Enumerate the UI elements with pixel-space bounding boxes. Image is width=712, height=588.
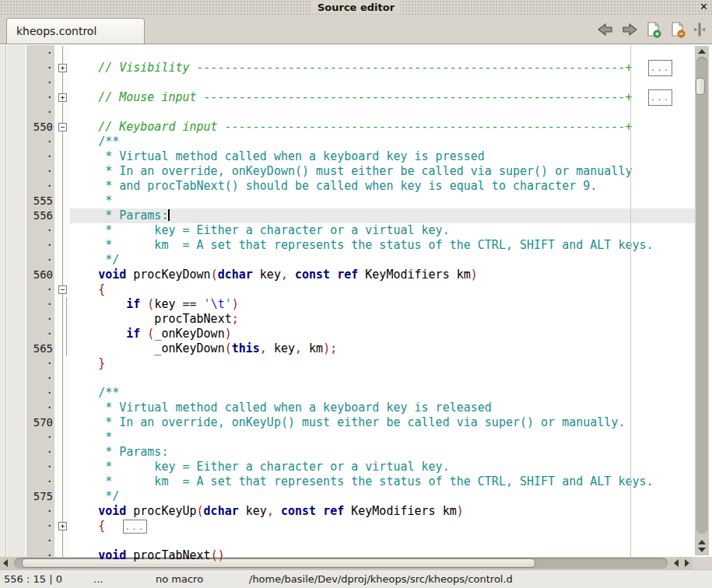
- split-view-icon[interactable]: [693, 21, 706, 38]
- code-text: * Virtual method called when a keyboard …: [70, 401, 492, 415]
- close-icon[interactable]: ✕: [700, 1, 708, 12]
- line-dot: ·: [26, 371, 53, 386]
- code-line[interactable]: · * Virtual method called when a keyboar…: [0, 149, 695, 164]
- line-dot: ·: [26, 164, 53, 179]
- scroll-right-icon[interactable]: [685, 559, 689, 567]
- line-dot: ·: [26, 519, 53, 534]
- tab-kheops-control[interactable]: kheops.control: [6, 18, 145, 44]
- title-bar[interactable]: Source editor ✕: [0, 0, 712, 15]
- line-dot: ·: [26, 445, 53, 460]
- code-text: */: [70, 489, 119, 504]
- code-text: // Visibility --------------------------…: [70, 61, 632, 75]
- code-line[interactable]: · * key = Either a character or a virtua…: [0, 223, 695, 238]
- fold-expand-icon[interactable]: [58, 64, 67, 72]
- code-line[interactable]: · * km = A set that represents the statu…: [0, 474, 695, 489]
- code-line[interactable]: · // Mouse input -----------------------…: [0, 90, 695, 105]
- code-line[interactable]: · {: [0, 282, 695, 297]
- code-text: /**: [70, 135, 119, 149]
- code-line[interactable]: · // Visibility ------------------------…: [0, 61, 695, 75]
- code-line[interactable]: · void procKeyUp(dchar key, const ref Ke…: [0, 504, 695, 519]
- collapsed-fold-box[interactable]: ...: [123, 520, 147, 534]
- new-document-icon[interactable]: [645, 21, 662, 38]
- code-line[interactable]: ·: [0, 105, 695, 120]
- code-line[interactable]: · * Virtual method called when a keyboar…: [0, 401, 695, 415]
- code-text: * Virtual method called when a keyboard …: [70, 149, 485, 164]
- scroll-up2-icon[interactable]: [698, 540, 706, 544]
- nav-forward-icon[interactable]: [621, 22, 638, 37]
- line-dot: ·: [26, 430, 53, 445]
- code-line[interactable]: · * Params:: [0, 445, 695, 460]
- code-line[interactable]: · *: [0, 430, 695, 445]
- vertical-scroll-track[interactable]: [696, 57, 707, 534]
- line-dot: ·: [26, 46, 53, 61]
- code-line[interactable]: 575 */: [0, 489, 695, 504]
- scroll-left-icon[interactable]: [3, 559, 8, 567]
- code-text: * Params:: [70, 208, 170, 223]
- line-number: 555: [26, 194, 53, 208]
- code-line[interactable]: 555 *: [0, 194, 695, 208]
- scroll-up-icon[interactable]: [698, 49, 706, 54]
- line-dot: ·: [26, 356, 53, 371]
- code-line[interactable]: · procTabNext;: [0, 312, 695, 327]
- vertical-scrollbar[interactable]: [695, 46, 709, 555]
- code-line[interactable]: · if (_onKeyDown): [0, 327, 695, 341]
- code-line[interactable]: ·: [0, 46, 695, 61]
- close-document-icon[interactable]: [669, 21, 686, 38]
- code-text: void procKeyDown(dchar key, const ref Ke…: [70, 268, 478, 282]
- code-text: * In an override, onKeyUp() must either …: [70, 415, 625, 430]
- caret-position: 556 : 15 | 0: [4, 573, 62, 586]
- code-line[interactable]: 556 * Params:: [0, 208, 695, 223]
- nav-back-icon[interactable]: [597, 22, 614, 37]
- macro-status: no macro: [156, 573, 203, 586]
- code-text: *: [70, 430, 112, 445]
- code-text: */: [70, 253, 119, 268]
- fold-expand-icon[interactable]: [58, 522, 67, 530]
- line-dot: ·: [26, 61, 53, 75]
- scroll-left2-icon[interactable]: [674, 559, 679, 567]
- code-line[interactable]: · * key = Either a character or a virtua…: [0, 460, 695, 474]
- code-line[interactable]: ·: [0, 534, 695, 548]
- collapsed-fold-box[interactable]: ...: [648, 89, 672, 106]
- code-line[interactable]: 560 void procKeyDown(dchar key, const re…: [0, 268, 695, 282]
- line-dot: ·: [26, 401, 53, 415]
- line-number: 570: [26, 415, 53, 430]
- line-dot: ·: [26, 474, 53, 489]
- code-line[interactable]: 565 _onKeyDown(this, key, km);: [0, 341, 695, 356]
- right-margin-ruler: [630, 45, 631, 557]
- line-number: 565: [26, 341, 53, 356]
- code-line[interactable]: · {...: [0, 519, 695, 534]
- fold-collapse-icon[interactable]: [58, 123, 67, 131]
- fold-expand-icon[interactable]: [58, 93, 67, 102]
- code-line[interactable]: 550 // Keyboard input ------------------…: [0, 120, 695, 135]
- file-path: /home/basile/Dev/dproj/kheops/src/kheops…: [249, 573, 513, 586]
- code-text: * key = Either a character or a virtual …: [70, 223, 450, 238]
- code-line[interactable]: · */: [0, 253, 695, 268]
- code-text: void procKeyUp(dchar key, const ref KeyM…: [70, 504, 464, 519]
- code-line[interactable]: ·: [0, 75, 695, 90]
- line-dot: ·: [26, 179, 53, 194]
- line-dot: ·: [26, 282, 53, 297]
- code-line[interactable]: · * In an override, onKeyDown() must eit…: [0, 164, 695, 179]
- line-dot: ·: [26, 105, 53, 120]
- line-dot: ·: [26, 75, 53, 90]
- code-editor[interactable]: ·· // Visibility -----------------------…: [0, 44, 712, 557]
- code-line[interactable]: · if (key == '\t'): [0, 297, 695, 312]
- code-text: }: [70, 356, 105, 371]
- code-line[interactable]: · /**: [0, 135, 695, 149]
- code-line[interactable]: · }: [0, 356, 695, 371]
- code-line[interactable]: · * km = A set that represents the statu…: [0, 238, 695, 253]
- code-line[interactable]: 570 * In an override, onKeyUp() must eit…: [0, 415, 695, 430]
- line-dot: ·: [26, 238, 53, 253]
- source-editor-window: Source editor ✕ kheops.control: [0, 0, 712, 588]
- vertical-scroll-thumb[interactable]: [696, 78, 705, 95]
- code-line[interactable]: ·: [0, 371, 695, 386]
- code-line[interactable]: · * and procTabNext() should be called w…: [0, 179, 695, 194]
- collapsed-fold-box[interactable]: ...: [648, 60, 672, 76]
- line-dot: ·: [26, 386, 53, 401]
- scroll-down-icon[interactable]: [698, 548, 706, 552]
- code-line[interactable]: · /**: [0, 386, 695, 401]
- line-dot: ·: [26, 149, 53, 164]
- code-text: * km = A set that represents the status …: [70, 474, 654, 489]
- fold-collapse-icon[interactable]: [58, 285, 67, 294]
- code-text: procTabNext;: [70, 312, 239, 327]
